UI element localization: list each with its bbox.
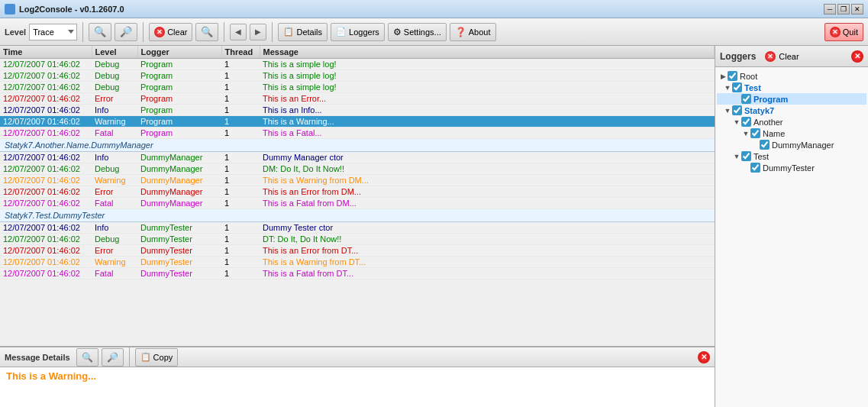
col-header-level: Level [92,46,137,59]
table-cell: Error [92,245,137,257]
search-button[interactable]: 🔍 [195,23,218,41]
sidebar-header: Loggers ✕ Clear ✕ [715,46,868,67]
table-cell: 12/07/2007 01:46:02 [0,268,92,279]
tree-label-root: Root [740,72,757,81]
tree-item-test2[interactable]: ▼ Test [717,150,866,162]
tree-checkbox-name[interactable] [750,128,760,138]
tree-checkbox-dummymanager[interactable] [760,140,770,150]
table-cell: 1 [221,186,260,198]
message-details-text: This is a Warning... [6,370,96,382]
table-cell: This is an Error... [260,93,715,105]
table-row[interactable]: 12/07/2007 01:46:02WarningDummyTester1Th… [0,257,715,268]
table-row[interactable]: 12/07/2007 01:46:02DebugDummyManager1DM:… [0,163,715,175]
quit-button[interactable]: ✕ Quit [824,23,863,41]
zoom-in-icon: 🔍 [94,26,106,37]
forward-button[interactable]: ▶ [250,24,266,40]
clear-button[interactable]: ✕ Clear [149,23,192,41]
table-row[interactable]: 12/07/2007 01:46:02InfoProgram1This is a… [0,105,715,116]
msg-zoom-out-button[interactable]: 🔎 [102,348,124,367]
tree-item-test1[interactable]: ▼ Test [717,82,866,93]
table-row[interactable]: 12/07/2007 01:46:02DebugProgram1This is … [0,59,715,70]
msg-zoom-in-button[interactable]: 🔍 [76,348,98,367]
tree-expand-root[interactable]: ▶ [718,72,728,81]
table-cell: DT: Do It, Do It Now!! [260,234,715,245]
back-button[interactable]: ◀ [230,24,247,40]
table-cell: 12/07/2007 01:46:02 [0,257,92,268]
tree-expand-test1[interactable]: ▼ [723,83,732,92]
tree-item-another[interactable]: ▼ Another [717,116,866,128]
table-cell: 1 [221,93,260,105]
loggers-button[interactable]: 📄 Loggers [331,23,385,41]
table-cell: 12/07/2007 01:46:02 [0,128,92,139]
tree-label-name: Name [763,129,785,138]
tree-checkbox-another[interactable] [741,117,751,127]
tree-item-program[interactable]: Program [717,93,866,105]
table-row[interactable]: 12/07/2007 01:46:02WarningProgram1This i… [0,116,715,128]
table-cell: This is a simple log! [260,59,715,70]
tree-checkbox-root[interactable] [728,71,737,81]
tree-checkbox-test1[interactable] [732,82,742,92]
table-row[interactable]: 12/07/2007 01:46:02InfoDummyManager1Dumm… [0,152,715,163]
table-cell: DummyManager [137,163,221,175]
table-row[interactable]: 12/07/2007 01:46:02FatalDummyTester1This… [0,268,715,279]
table-cell: DummyManager [137,186,221,198]
table-cell: 12/07/2007 01:46:02 [0,186,92,198]
tree-checkbox-statyk7[interactable] [732,105,742,115]
table-cell: 12/07/2007 01:46:02 [0,105,92,116]
tree-item-name[interactable]: ▼ Name [717,128,866,139]
zoom-out-button[interactable]: 🔎 [115,23,137,41]
tree-expand-statyk7[interactable]: ▼ [723,106,732,115]
table-cell: Info [92,105,137,116]
app-title: Log2Console - v0.1.2607.0 [19,5,124,14]
tree-item-root[interactable]: ▶ Root [717,70,866,82]
log-table-wrapper[interactable]: Time Level Logger Thread Message 12/07/2… [0,46,715,346]
tree-expand-dummytester[interactable] [741,163,750,173]
sidebar-close-button[interactable]: ✕ [851,50,863,63]
level-select[interactable]: Trace Debug Info Warning Error Fatal [29,24,77,40]
about-button[interactable]: ❓ About [450,23,496,41]
table-row[interactable]: 12/07/2007 01:46:02ErrorDummyTester1This… [0,245,715,257]
tree-checkbox-test2[interactable] [741,151,751,161]
copy-button[interactable]: 📋 Copy [135,348,179,367]
table-row[interactable]: 12/07/2007 01:46:02DebugProgram1This is … [0,70,715,82]
table-row[interactable]: 12/07/2007 01:46:02ErrorProgram1This is … [0,93,715,105]
msg-zoom-out-icon: 🔎 [107,352,118,363]
restore-button[interactable]: ❐ [837,4,850,15]
tree-expand-name[interactable]: ▼ [741,129,750,138]
tree-expand-test2[interactable]: ▼ [732,152,741,161]
quit-icon: ✕ [830,27,841,37]
tree-expand-program[interactable] [732,95,741,104]
table-cell: This is an Error from DT... [260,245,715,257]
tree-checkbox-program[interactable] [741,94,751,104]
table-row[interactable]: 12/07/2007 01:46:02WarningDummyManager1T… [0,175,715,186]
table-cell: Dummy Tester ctor [260,222,715,234]
table-row[interactable]: 12/07/2007 01:46:02FatalProgram1This is … [0,128,715,139]
minimize-button[interactable]: ─ [824,4,836,15]
table-cell: 12/07/2007 01:46:02 [0,116,92,128]
table-row[interactable]: 12/07/2007 01:46:02DebugProgram1This is … [0,82,715,93]
tree-item-dummytester[interactable]: DummyTester [717,162,866,173]
details-button[interactable]: 📋 Details [278,23,328,41]
tree-checkbox-dummytester[interactable] [750,163,760,173]
zoom-in-button[interactable]: 🔍 [89,23,111,41]
table-cell: 1 [221,116,260,128]
main-layout: Time Level Logger Thread Message 12/07/2… [0,46,868,407]
table-row[interactable]: 12/07/2007 01:46:02InfoDummyTester1Dummy… [0,222,715,234]
table-cell: 12/07/2007 01:46:02 [0,163,92,175]
table-cell: This is a Fatal... [260,128,715,139]
table-row[interactable]: 12/07/2007 01:46:02ErrorDummyManager1Thi… [0,186,715,198]
table-row[interactable]: 12/07/2007 01:46:02FatalDummyManager1Thi… [0,198,715,209]
tree-expand-dummymanager[interactable] [750,141,760,150]
sidebar-clear-icon: ✕ [765,51,776,62]
tree-item-statyk7[interactable]: ▼ Statyk7 [717,105,866,116]
table-cell: DummyTester [137,245,221,257]
settings-button[interactable]: ⚙ Settings... [388,23,447,41]
message-details-close-button[interactable]: ✕ [698,351,710,363]
tree-item-dummymanager[interactable]: DummyManager [717,139,866,150]
table-row[interactable]: 12/07/2007 01:46:02DebugDummyTester1DT: … [0,234,715,245]
tree-expand-another[interactable]: ▼ [732,118,741,127]
table-cell: 1 [221,163,260,175]
table-cell: DummyManager [137,175,221,186]
tree-label-program: Program [753,95,788,104]
close-button[interactable]: ✕ [851,4,863,15]
